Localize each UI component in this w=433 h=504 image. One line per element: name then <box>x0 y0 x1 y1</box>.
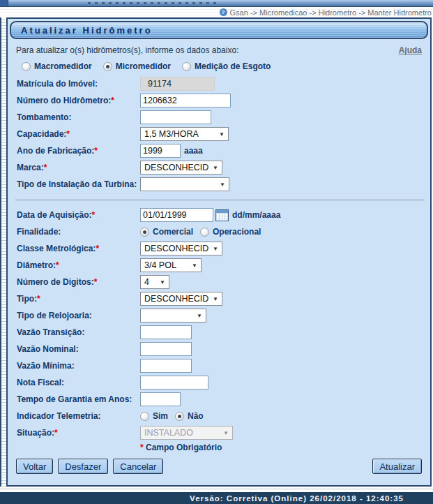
help-icon[interactable]: ? <box>220 8 227 16</box>
tipo-instalacao-turbina-select[interactable]: ▼ <box>140 177 229 191</box>
radio-macromedidor-label: Macromedidor <box>34 61 92 71</box>
ano-fabricacao-input[interactable] <box>140 144 181 158</box>
voltar-button[interactable]: Voltar <box>16 459 53 474</box>
tipo-relojoaria-select[interactable]: ▼ <box>140 309 206 323</box>
classe-metrologica-select[interactable]: DESCONHECIDA ▼ <box>140 242 222 255</box>
panel-column: Atualizar Hidrômetro Para atualizar o(s)… <box>8 17 433 487</box>
vazao-nominal-label: Vazão Nominal: <box>17 344 140 354</box>
field-row-tombamento: Tombamento: <box>8 109 430 126</box>
data-aquisicao-label: Data de Aquisição:* <box>17 210 140 220</box>
matricula-label: Matrícula do Imóvel: <box>17 79 140 89</box>
numero-digitos-label: Número de Digitos:* <box>17 277 140 287</box>
data-aquisicao-input[interactable] <box>140 208 213 222</box>
field-row-ano-fabricacao: Ano de Fabricação:* aaaa <box>8 142 430 159</box>
radio-nao[interactable] <box>175 412 184 421</box>
required-note: * Campo Obrigatório <box>8 443 430 452</box>
marca-label: Marca:* <box>17 163 140 172</box>
ano-fabricacao-label: Ano de Fabricação:* <box>17 146 140 156</box>
field-row-finalidade: Finalidade: Comercial Operacional <box>8 223 430 240</box>
radio-macromedidor[interactable] <box>22 62 31 71</box>
indicador-telemetria-label: Indicador Telemetria: <box>17 411 140 421</box>
help-link[interactable]: Ajuda <box>399 45 422 55</box>
diametro-select[interactable]: 3/4 POL ▼ <box>140 258 202 272</box>
dropdown-arrow-icon: ▼ <box>219 131 225 138</box>
situacao-label: Situação:* <box>17 428 140 438</box>
left-decorative-rail <box>0 17 8 487</box>
radio-comercial[interactable] <box>140 228 149 237</box>
vazao-transicao-input[interactable] <box>140 325 192 339</box>
field-row-situacao: Situação:* INSTALADO ▼ <box>8 424 430 441</box>
matricula-imovel-input <box>140 77 215 91</box>
dropdown-arrow-icon: ▼ <box>220 181 225 188</box>
nota-fiscal-input[interactable] <box>140 376 208 390</box>
dropdown-arrow-icon: ▼ <box>213 165 218 171</box>
intro-text: Para atualizar o(s) hidrômetros(s), info… <box>16 45 238 55</box>
calendar-icon[interactable] <box>215 209 229 221</box>
section-divider <box>15 200 425 200</box>
field-row-vazao-transicao: Vazão Transição: <box>8 324 430 341</box>
page-title-text: Atualizar Hidrômetro <box>21 25 153 36</box>
field-row-tipo: Tipo:* DESCONHECIDO ▼ <box>8 290 430 307</box>
radio-medicao-esgoto[interactable] <box>182 62 191 71</box>
numero-hidrometro-input[interactable] <box>140 94 231 108</box>
page-title: Atualizar Hidrômetro <box>10 21 428 39</box>
tipo-select[interactable]: DESCONHECIDO ▼ <box>140 292 222 306</box>
field-row-tipo-instalacao-turbina: Tipo de Instalação da Turbina: ▼ <box>8 176 430 193</box>
field-row-data-aquisicao: Data de Aquisição:* dd/mm/aaaa <box>8 207 430 223</box>
classe-metrologica-label: Classe Metrológica:* <box>17 244 140 253</box>
dropdown-arrow-icon: ▼ <box>213 246 218 252</box>
gsan-window: ? Gsan -> Micromedicao -> Hidrometro -> … <box>0 0 433 504</box>
numero-hidrometro-label: Número do Hidrômetro:* <box>17 96 140 105</box>
radio-comercial-label: Comercial <box>153 227 193 237</box>
field-row-classe-metrologica: Classe Metrológica:* DESCONHECIDA ▼ <box>8 240 430 257</box>
version-text: Versão: Corretiva (Online) 26/02/2018 - … <box>190 494 404 503</box>
radio-medicao-esgoto-label: Medição de Esgoto <box>195 61 271 71</box>
dropdown-arrow-icon: ▼ <box>197 313 202 319</box>
tombamento-label: Tombamento: <box>17 112 140 122</box>
data-format-hint: dd/mm/aaaa <box>232 210 280 220</box>
tipo-instalacao-turbina-label: Tipo de Instalação da Turbina: <box>17 179 140 189</box>
tempo-garantia-input[interactable] <box>140 392 181 406</box>
radio-micromedidor[interactable] <box>103 62 112 71</box>
radio-operacional[interactable] <box>200 228 209 237</box>
breadcrumb: Gsan -> Micromedicao -> Hidrometro -> Ma… <box>230 8 432 17</box>
tombamento-input[interactable] <box>140 110 211 124</box>
cancelar-button[interactable]: Cancelar <box>113 459 163 474</box>
atualizar-button[interactable]: Atualizar <box>372 459 422 474</box>
field-row-indicador-telemetria: Indicador Telemetria: Sim Não <box>8 408 430 424</box>
ano-format-hint: aaaa <box>184 146 203 156</box>
capacidade-select[interactable]: 1,5 M3/HORA ▼ <box>140 127 229 141</box>
vazao-transicao-label: Vazão Transição: <box>17 327 140 337</box>
marca-select[interactable]: DESCONHECIDO ▼ <box>140 161 222 175</box>
field-row-vazao-minima: Vazão Mínima: <box>8 357 430 374</box>
radio-sim[interactable] <box>140 412 149 421</box>
field-row-nota-fiscal: Nota Fiscal: <box>8 374 430 391</box>
dropdown-arrow-icon: ▼ <box>213 296 218 302</box>
vazao-minima-label: Vazão Mínima: <box>17 361 140 371</box>
dropdown-arrow-icon: ▼ <box>160 279 165 286</box>
meter-type-radio-group: Macromedidor Micromedidor Medição de Esg… <box>8 57 430 75</box>
radio-micromedidor-label: Micromedidor <box>116 61 171 71</box>
dropdown-arrow-icon: ▼ <box>223 430 229 436</box>
vazao-nominal-input[interactable] <box>140 342 192 356</box>
field-row-vazao-nominal: Vazão Nominal: <box>8 341 430 357</box>
field-row-numero-hidrometro: Número do Hidrômetro:* <box>8 92 430 109</box>
finalidade-label: Finalidade: <box>17 227 140 237</box>
tipo-label: Tipo:* <box>17 294 140 304</box>
field-row-capacidade: Capacidade:* 1,5 M3/HORA ▼ <box>8 126 430 142</box>
capacidade-label: Capacidade:* <box>17 129 140 139</box>
bottom-separator <box>0 487 433 492</box>
radio-operacional-label: Operacional <box>213 227 261 237</box>
top-toolbar <box>0 0 433 7</box>
version-bar: Versão: Corretiva (Online) 26/02/2018 - … <box>0 492 433 504</box>
diametro-label: Diâmetro:* <box>17 260 140 270</box>
nota-fiscal-label: Nota Fiscal: <box>17 378 140 387</box>
main-panel: Atualizar Hidrômetro Para atualizar o(s)… <box>8 17 432 487</box>
radio-nao-label: Não <box>188 411 204 421</box>
desfazer-button[interactable]: Desfazer <box>58 459 108 474</box>
page-body: Atualizar Hidrômetro Para atualizar o(s)… <box>0 17 433 487</box>
numero-digitos-select[interactable]: 4 ▼ <box>140 275 169 289</box>
field-row-tipo-relojoaria: Tipo de Relojoaria: ▼ <box>8 307 430 324</box>
intro-row: Para atualizar o(s) hidrômetros(s), info… <box>8 42 430 57</box>
vazao-minima-input[interactable] <box>140 359 192 373</box>
